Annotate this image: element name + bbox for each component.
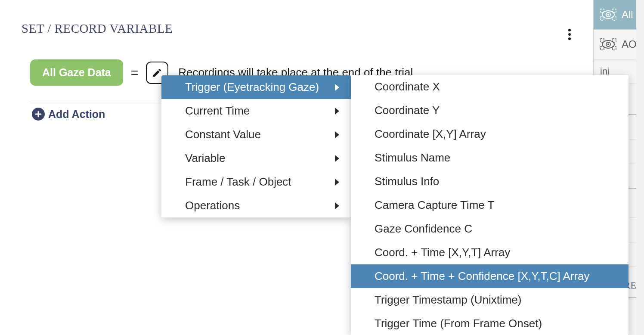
menu-item-operations[interactable]: Operations xyxy=(161,194,351,217)
svg-point-13 xyxy=(607,43,609,45)
sidebar-tab-label: AO xyxy=(622,38,637,50)
menu-item-coord-x[interactable]: Coordinate X xyxy=(351,75,629,99)
menu-label: Constant Value xyxy=(185,128,261,141)
chevron-right-icon xyxy=(335,84,339,91)
chevron-right-icon xyxy=(335,108,339,115)
menu-item-frame-task-object[interactable]: Frame / Task / Object xyxy=(161,170,351,194)
menu-item-trigger-timestamp[interactable]: Trigger Timestamp (Unixtime) xyxy=(351,288,629,312)
plus-circle-icon xyxy=(32,108,45,121)
chevron-right-icon xyxy=(335,179,339,186)
menu-label: Trigger (Eyetracking Gaze) xyxy=(185,81,319,94)
equals-sign: = xyxy=(131,65,139,80)
add-action-label: Add Action xyxy=(48,108,105,121)
chevron-right-icon xyxy=(335,155,339,162)
menu-item-coord-y[interactable]: Coordinate Y xyxy=(351,99,629,122)
menu-item-stimulus-name[interactable]: Stimulus Name xyxy=(351,146,629,170)
menu-item-trigger-time-frame-onset[interactable]: Trigger Time (From Frame Onset) xyxy=(351,312,629,335)
menu-label: Current Time xyxy=(185,104,250,118)
menu-item-current-time[interactable]: Current Time xyxy=(161,99,351,123)
more-options-button[interactable] xyxy=(563,28,576,41)
menu-label: Trigger Time (From Frame Onset) xyxy=(375,317,542,330)
menu-item-coord-time-conf-array[interactable]: Coord. + Time + Confidence [X,Y,T,C] Arr… xyxy=(351,264,629,288)
more-vertical-icon xyxy=(568,29,571,40)
eye-icon xyxy=(600,9,616,21)
menu-label: Frame / Task / Object xyxy=(185,175,291,189)
menu-label: Camera Capture Time T xyxy=(375,199,494,212)
dropdown-primary: Trigger (Eyetracking Gaze) Current Time … xyxy=(161,75,351,217)
menu-item-stimulus-info[interactable]: Stimulus Info xyxy=(351,170,629,193)
menu-label: Operations xyxy=(185,199,240,212)
scrollbar[interactable] xyxy=(636,0,644,335)
variable-name-pill[interactable]: All Gaze Data xyxy=(30,59,123,86)
menu-label: Gaze Confidence C xyxy=(375,222,472,236)
menu-label: Stimulus Info xyxy=(375,175,439,188)
menu-item-gaze-confidence[interactable]: Gaze Confidence C xyxy=(351,217,629,241)
menu-item-constant-value[interactable]: Constant Value xyxy=(161,123,351,146)
section-title: SET / RECORD VARIABLE xyxy=(22,22,572,36)
pencil-icon xyxy=(152,68,162,78)
svg-point-6 xyxy=(607,14,609,16)
menu-label: Coordinate Y xyxy=(375,104,440,117)
menu-item-variable[interactable]: Variable xyxy=(161,146,351,170)
sidebar-tab-label: All xyxy=(622,9,633,21)
menu-label: Coord. + Time + Confidence [X,Y,T,C] Arr… xyxy=(375,270,590,283)
menu-label: Trigger Timestamp (Unixtime) xyxy=(375,293,521,307)
menu-label: Variable xyxy=(185,152,225,165)
menu-item-coord-xy-array[interactable]: Coordinate [X,Y] Array xyxy=(351,122,629,146)
chevron-right-icon xyxy=(335,131,339,138)
menu-item-trigger-eyetracking[interactable]: Trigger (Eyetracking Gaze) xyxy=(161,75,351,99)
menu-label: Stimulus Name xyxy=(375,151,450,164)
menu-label: Coordinate X xyxy=(375,80,440,93)
menu-label: Coord. + Time [X,Y,T] Array xyxy=(375,246,510,259)
dropdown-secondary: Coordinate X Coordinate Y Coordinate [X,… xyxy=(351,75,629,335)
menu-item-coord-time-array[interactable]: Coord. + Time [X,Y,T] Array xyxy=(351,241,629,264)
menu-label: Coordinate [X,Y] Array xyxy=(375,127,486,141)
chevron-right-icon xyxy=(335,202,339,209)
eye-icon xyxy=(600,38,616,50)
menu-item-camera-capture-time[interactable]: Camera Capture Time T xyxy=(351,193,629,217)
